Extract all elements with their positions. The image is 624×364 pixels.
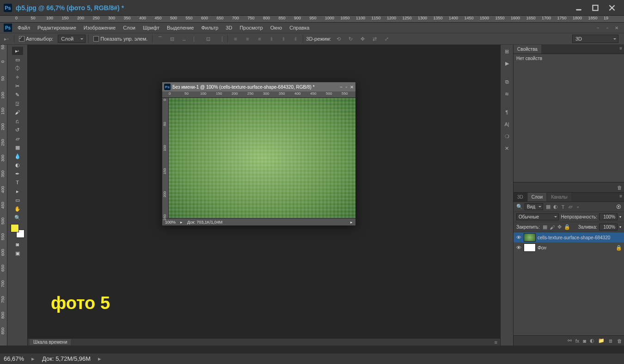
floating-titlebar[interactable]: Ps Без имени-1 @ 100% (cells-texture-sur… bbox=[162, 82, 355, 91]
align-vcenter-icon[interactable]: ⊟ bbox=[167, 34, 177, 43]
dock-layers-icon[interactable]: ⧉ bbox=[502, 77, 512, 86]
dock-tools-icon[interactable]: ✕ bbox=[502, 144, 512, 153]
properties-delete-icon[interactable]: 🗑 bbox=[617, 185, 622, 190]
3d-rotate-icon[interactable]: ⟲ bbox=[334, 34, 343, 43]
lock-image-icon[interactable]: 🖌 bbox=[549, 224, 556, 231]
fill-input[interactable]: 100% bbox=[599, 224, 618, 231]
layer-group-icon[interactable]: 📁 bbox=[598, 338, 605, 344]
3d-slide-icon[interactable]: ⇄ bbox=[370, 34, 379, 43]
floating-arrow2[interactable]: ▸ bbox=[350, 220, 353, 224]
align-hcenter-icon[interactable]: ⊡ bbox=[203, 34, 213, 43]
menu-шрифт[interactable]: Шрифт bbox=[139, 24, 163, 31]
menu-просмотр[interactable]: Просмотр bbox=[236, 24, 266, 31]
marquee-tool[interactable]: ▭ bbox=[12, 55, 23, 64]
filter-smart-icon[interactable]: ▫ bbox=[575, 204, 581, 210]
tab-layers[interactable]: Слои bbox=[528, 193, 546, 201]
move-tool[interactable]: ▸+ bbox=[12, 47, 23, 55]
layer-thumbnail[interactable] bbox=[524, 243, 536, 252]
dock-play-icon[interactable]: ▶ bbox=[502, 59, 512, 68]
brush-tool[interactable]: 🖌 bbox=[12, 108, 23, 116]
tab-3d[interactable]: 3D bbox=[514, 193, 527, 201]
eyedropper-tool[interactable]: ✎ bbox=[12, 91, 23, 99]
eye-icon[interactable]: 👁 bbox=[515, 245, 522, 250]
properties-menu-icon[interactable]: ≡ bbox=[619, 46, 622, 51]
filter-adjust-icon[interactable]: ◐ bbox=[552, 204, 559, 210]
filter-kind-dropdown[interactable]: Вид bbox=[525, 203, 543, 210]
status-arrow2-icon[interactable]: ▸ bbox=[98, 355, 101, 362]
dock-paragraph-icon[interactable]: ¶ bbox=[502, 108, 512, 117]
status-arrow-icon[interactable]: ▸ bbox=[31, 355, 35, 362]
menu-слои[interactable]: Слои bbox=[119, 24, 139, 31]
layer-name[interactable]: Фон bbox=[538, 245, 546, 250]
align-left-icon[interactable]: ⎸ bbox=[191, 34, 201, 43]
menu-выделение[interactable]: Выделение bbox=[163, 24, 197, 31]
floating-canvas[interactable] bbox=[169, 98, 355, 218]
align-bottom-icon[interactable]: ⎽ bbox=[179, 34, 189, 43]
align-right-icon[interactable]: ⎹ bbox=[215, 34, 225, 43]
dock-character-icon[interactable]: A| bbox=[502, 120, 512, 129]
close-button[interactable] bbox=[604, 2, 620, 13]
layers-menu-icon[interactable]: ≡ bbox=[619, 194, 622, 199]
dock-styles-icon[interactable]: ❍ bbox=[502, 132, 512, 141]
distribute-hcenter-icon[interactable]: ⦀ bbox=[279, 34, 288, 43]
floating-document-window[interactable]: Ps Без имени-1 @ 100% (cells-texture-sur… bbox=[162, 82, 356, 226]
menu-справка[interactable]: Справка bbox=[286, 24, 313, 31]
gradient-tool[interactable]: ▦ bbox=[12, 143, 23, 152]
menu-3d[interactable]: 3D bbox=[222, 24, 236, 31]
lock-transparent-icon[interactable]: ▦ bbox=[542, 224, 548, 231]
menu-изображение[interactable]: Изображение bbox=[80, 24, 119, 31]
distribute-bottom-icon[interactable]: ≡ bbox=[255, 34, 264, 43]
timeline-panel[interactable]: Шкала времени ≡ bbox=[28, 338, 500, 346]
workspace-dropdown[interactable]: 3D bbox=[572, 35, 618, 43]
pen-tool[interactable]: ✒ bbox=[12, 170, 23, 178]
link-layers-icon[interactable]: ⚯ bbox=[568, 338, 572, 344]
delete-layer-icon[interactable]: 🗑 bbox=[617, 338, 622, 344]
history-brush-tool[interactable]: ↺ bbox=[12, 126, 23, 134]
blur-tool[interactable]: 💧 bbox=[12, 152, 23, 160]
dock-menu-icon[interactable]: ⊞ bbox=[502, 47, 512, 56]
crop-tool[interactable]: ✂ bbox=[12, 82, 23, 90]
layer-thumbnail[interactable] bbox=[524, 233, 536, 242]
opacity-arrow-icon[interactable]: ▾ bbox=[619, 215, 621, 219]
screen-mode-tool[interactable]: ▣ bbox=[12, 249, 23, 257]
distribute-vcenter-icon[interactable]: ≡ bbox=[243, 34, 252, 43]
eye-icon[interactable]: 👁 bbox=[515, 235, 522, 240]
menu-фильтр[interactable]: Фильтр bbox=[197, 24, 222, 31]
float-close-button[interactable]: ✕ bbox=[350, 85, 354, 90]
tab-channels[interactable]: Каналы bbox=[547, 193, 571, 201]
float-minimize-button[interactable]: − bbox=[340, 85, 343, 90]
blend-mode-dropdown[interactable]: Обычные bbox=[516, 213, 559, 220]
quick-mask-tool[interactable]: ◙ bbox=[12, 240, 23, 249]
auto-select-checkbox[interactable]: Автовыбор: bbox=[17, 35, 55, 42]
3d-scale-icon[interactable]: ⤢ bbox=[382, 34, 391, 43]
move-tool-preset-icon[interactable]: ▸+ bbox=[2, 34, 11, 43]
fill-arrow-icon[interactable]: ▾ bbox=[619, 225, 621, 229]
restore-inner-button[interactable]: ▫ bbox=[604, 24, 611, 31]
filter-shape-icon[interactable]: ▱ bbox=[567, 204, 574, 210]
opacity-input[interactable]: 100% bbox=[599, 213, 618, 220]
lock-position-icon[interactable]: ✥ bbox=[557, 224, 563, 231]
layer-mask-icon[interactable]: ◙ bbox=[583, 338, 586, 344]
minimize-button[interactable] bbox=[570, 2, 587, 13]
eraser-tool[interactable]: ▱ bbox=[12, 134, 23, 143]
zoom-level[interactable]: 66,67% bbox=[4, 355, 24, 362]
properties-tab[interactable]: Свойства bbox=[514, 45, 541, 54]
path-selection-tool[interactable]: ▸ bbox=[12, 187, 23, 195]
filter-toggle[interactable]: ⦿ bbox=[616, 204, 621, 210]
menu-файл[interactable]: Файл bbox=[14, 24, 34, 31]
filter-type-icon[interactable]: T bbox=[560, 204, 566, 210]
canvas-area[interactable]: фото 5 Ps Без имени-1 @ 100% (cells-text… bbox=[28, 45, 500, 346]
3d-pan-icon[interactable]: ✥ bbox=[358, 34, 367, 43]
float-maximize-button[interactable]: ▫ bbox=[345, 85, 347, 90]
layer-item[interactable]: 👁 cells-texture-surface-shape-684320 bbox=[514, 232, 624, 243]
type-tool[interactable]: T bbox=[12, 178, 23, 187]
3d-roll-icon[interactable]: ↻ bbox=[346, 34, 355, 43]
dodge-tool[interactable]: ◐ bbox=[12, 161, 23, 169]
adjustment-layer-icon[interactable]: ◐ bbox=[590, 338, 594, 344]
color-swatches[interactable] bbox=[11, 224, 24, 238]
search-icon[interactable]: 🔍 bbox=[516, 204, 523, 210]
minimize-inner-button[interactable]: − bbox=[594, 24, 602, 31]
zoom-tool[interactable]: 🔍 bbox=[12, 213, 23, 222]
show-transform-controls-checkbox[interactable]: Показать упр. элем. bbox=[92, 35, 149, 42]
close-inner-button[interactable]: ✕ bbox=[613, 24, 620, 31]
